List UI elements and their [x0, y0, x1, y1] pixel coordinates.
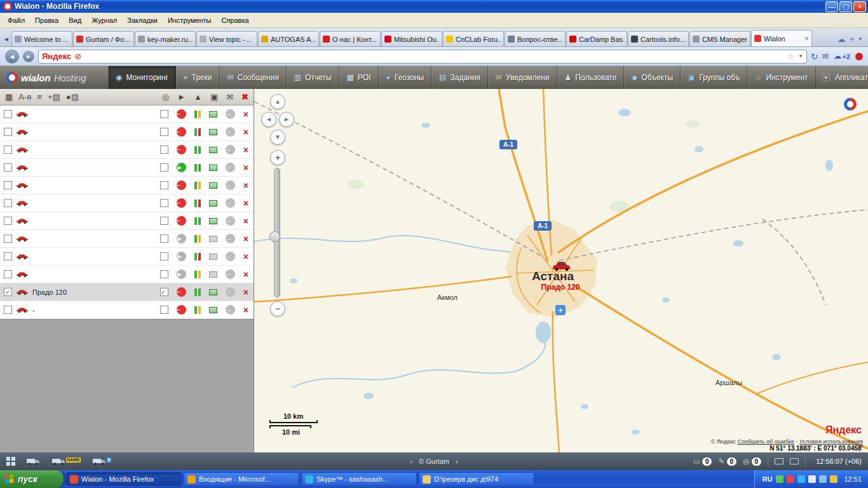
unit-row[interactable]: −→×	[0, 141, 254, 159]
pan-up-button[interactable]: ▲	[270, 94, 285, 109]
truck-add-icon[interactable]: +	[92, 458, 111, 465]
language-indicator[interactable]: RU	[763, 475, 773, 483]
edits-counter[interactable]: ✎0	[718, 457, 736, 466]
follow-unit-icon[interactable]: →	[226, 127, 235, 137]
unit-visibility-checkbox[interactable]	[4, 252, 12, 261]
wialon-tab-messages[interactable]: ✉Сообщения	[220, 66, 287, 89]
sort-az-icon[interactable]: А-я	[18, 92, 31, 102]
pan-left-button[interactable]: ◄	[261, 112, 276, 127]
unit-row[interactable]: −→×	[0, 177, 254, 194]
unit-watch-checkbox[interactable]	[160, 128, 168, 136]
taskbar-item[interactable]: D:\резерв дис д\974	[419, 472, 534, 486]
browser-tab[interactable]: CMS Manager	[689, 31, 750, 46]
unit-visibility-checkbox[interactable]	[4, 270, 12, 278]
unit-row[interactable]: ►→×	[0, 230, 254, 248]
unit-visibility-checkbox[interactable]	[4, 217, 12, 225]
menu-item[interactable]: Правка	[30, 15, 64, 26]
unit-visibility-checkbox[interactable]	[4, 234, 12, 243]
bookmark-star-icon[interactable]: ☆	[787, 52, 794, 61]
tab-scroll-left-icon[interactable]: ◄	[1, 32, 11, 46]
unit-watch-checkbox[interactable]	[160, 163, 168, 172]
unit-name[interactable]: -	[32, 306, 152, 314]
terms-link[interactable]: Условия использования	[799, 438, 863, 445]
follow-unit-icon[interactable]: →	[226, 198, 235, 208]
wialon-tab-poi[interactable]: ▦POI	[339, 66, 379, 89]
tab-overflow-caret-icon[interactable]: ▼	[858, 36, 863, 42]
clear-list-icon[interactable]: ✖	[241, 92, 248, 102]
menu-item[interactable]: Инструменты	[163, 15, 217, 26]
add-all-to-list-icon[interactable]: +▤	[48, 92, 60, 102]
menu-item[interactable]: Справка	[216, 15, 254, 26]
follow-all-icon[interactable]: ►	[177, 92, 186, 102]
report-error-link[interactable]: Сообщить об ошибке	[738, 438, 795, 445]
unit-row[interactable]: ►→×	[0, 248, 254, 266]
volume-tray-icon[interactable]	[808, 475, 816, 483]
unit-visibility-checkbox[interactable]	[4, 163, 12, 172]
unit-visibility-checkbox[interactable]	[4, 306, 12, 314]
monitor-state-icon[interactable]: ▣	[210, 92, 218, 102]
mail-icon[interactable]: ✉	[822, 51, 829, 61]
skype-tray-icon[interactable]	[797, 475, 805, 483]
weather-cloud-icon[interactable]: ☁ +2	[834, 52, 850, 60]
follow-unit-icon[interactable]: →	[226, 180, 235, 190]
window-titlebar[interactable]: Wialon - Mozilla Firefox — ▢ ×	[0, 0, 868, 13]
unit-name[interactable]: Прадо 120	[32, 288, 152, 296]
back-button[interactable]: ◄	[5, 50, 19, 64]
unit-watch-checkbox[interactable]	[160, 110, 168, 118]
pan-right-button[interactable]: ►	[279, 112, 294, 127]
unit-visibility-checkbox[interactable]	[4, 128, 12, 136]
remove-from-list-icon[interactable]: ×	[243, 128, 248, 137]
browser-tab[interactable]: Welcome to ...	[11, 31, 72, 46]
follow-unit-icon[interactable]: →	[226, 145, 235, 154]
browser-tab[interactable]: Gurtam / Фо...	[73, 31, 134, 46]
menu-item[interactable]: Журнал	[86, 15, 122, 26]
wialon-tab-notifications[interactable]: ✉Уведомлени	[488, 66, 557, 89]
menu-item[interactable]: Закладки	[122, 15, 163, 26]
wialon-tab-tools[interactable]: ☼Инструмент	[747, 66, 815, 89]
yandex-logo[interactable]: Яндекс	[825, 424, 862, 436]
unit-visibility-checkbox[interactable]	[4, 199, 12, 207]
url-bar[interactable]: Яндекс ⊘ ☆ ▼	[38, 50, 807, 64]
unit-visibility-checkbox[interactable]	[4, 110, 12, 118]
unit-row[interactable]: −→×	[0, 105, 254, 123]
unit-visibility-checkbox[interactable]: ✓	[4, 288, 12, 296]
menu-item[interactable]: Файл	[3, 15, 30, 26]
unit-row[interactable]: −→×	[0, 212, 254, 230]
follow-unit-icon[interactable]: →	[226, 163, 235, 172]
browser-tab[interactable]: CarDamp Bas...	[566, 31, 627, 46]
remove-from-list-icon[interactable]: ×	[243, 181, 248, 190]
follow-unit-icon[interactable]: →	[226, 216, 235, 226]
unit-watch-checkbox[interactable]	[160, 252, 168, 261]
unit-watch-checkbox[interactable]: ✓	[160, 288, 168, 296]
sync-cloud-icon[interactable]: ☁	[837, 34, 845, 44]
menu-item[interactable]: Вид	[64, 15, 86, 26]
zoom-slider-handle[interactable]	[269, 231, 280, 242]
browser-tab[interactable]: Вопрос-отве...	[505, 31, 566, 46]
minimize-button[interactable]: —	[825, 1, 838, 12]
remove-from-list-icon[interactable]: ×	[243, 234, 248, 243]
zoom-in-button[interactable]: +	[270, 150, 285, 165]
attribution-copyright[interactable]: © Яндекс	[711, 438, 736, 445]
url-dropdown-caret-icon[interactable]: ▼	[798, 53, 803, 59]
browser-tab[interactable]: Mitsubishi Ou...	[381, 31, 442, 46]
gurtam-copyright[interactable]: © Gurtam	[419, 458, 449, 465]
antivirus-tray-icon[interactable]	[787, 475, 794, 483]
unit-watch-checkbox[interactable]	[160, 181, 168, 189]
browser-tab[interactable]: CnCLab Foru...	[443, 31, 504, 46]
truck-icon[interactable]	[26, 458, 40, 465]
unit-watch-checkbox[interactable]	[160, 199, 168, 207]
browser-tab[interactable]: View topic -...	[196, 31, 257, 46]
record-status-icon[interactable]	[855, 53, 863, 60]
unit-visibility-checkbox[interactable]	[4, 146, 12, 154]
pan-down-button[interactable]: ▼	[270, 130, 285, 145]
show-on-map-icon[interactable]: ◎	[162, 92, 169, 102]
remove-from-list-icon[interactable]: ×	[243, 270, 248, 279]
wialon-tab-users[interactable]: ♟Пользовате	[557, 66, 625, 89]
browser-tab[interactable]: AUTOGAS A...	[258, 31, 319, 46]
messages-state-icon[interactable]: ✉	[226, 92, 233, 102]
wialon-tab-reports[interactable]: ▥Отчеты	[287, 66, 339, 89]
satellite-state-icon[interactable]: ▲	[194, 92, 202, 102]
yandex-map[interactable]: А-1 А-1 ✈ Астана Прадо 120 Акмол Арш	[254, 89, 868, 452]
remove-from-list-icon[interactable]: ×	[243, 252, 248, 261]
list-view-icon[interactable]: ≡	[37, 92, 42, 102]
